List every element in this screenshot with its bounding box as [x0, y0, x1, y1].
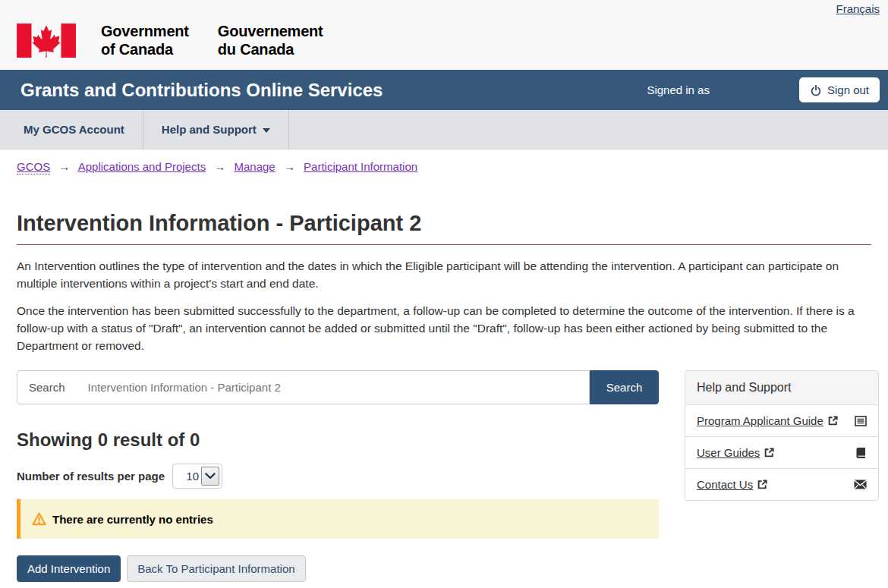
search-button[interactable]: Search [590, 370, 659, 404]
chevron-down-icon [205, 473, 216, 480]
external-link-icon [827, 415, 839, 426]
breadcrumb-arrow-icon: → [209, 160, 231, 173]
wordmark-fr-line1: Gouvernement [218, 22, 323, 40]
list-icon [855, 415, 867, 427]
intro-paragraph-2: Once the intervention has been submitted… [17, 302, 871, 354]
breadcrumb-link-applications-and-projects[interactable]: Applications and Projects [78, 160, 206, 173]
results-per-page-label: Number of results per page [17, 470, 165, 483]
menu-item-label: My GCOS Account [24, 123, 124, 136]
breadcrumb-link-participant-information[interactable]: Participant Information [304, 160, 417, 173]
help-row-program-applicant-guide: Program Applicant Guide [685, 405, 878, 437]
chevron-down-icon [263, 128, 270, 133]
signed-in-label: Signed in as [647, 83, 710, 96]
external-link-icon [757, 479, 768, 490]
user-guides-link[interactable]: User Guides [697, 446, 775, 459]
back-to-participant-information-button[interactable]: Back To Participant Information [127, 555, 305, 582]
menu-item-my-gcos-account[interactable]: My GCOS Account [5, 110, 143, 149]
results-summary: Showing 0 result of 0 [17, 429, 659, 451]
canada-flag-icon [17, 24, 76, 58]
breadcrumb-arrow-icon: → [279, 160, 301, 173]
breadcrumb-arrow-icon: → [53, 160, 75, 173]
menu-item-label: Help and Support [162, 123, 257, 136]
app-header: Grants and Contributions Online Services… [0, 70, 888, 110]
breadcrumb-link-manage[interactable]: Manage [234, 160, 275, 173]
search-box: Search [17, 370, 590, 404]
program-applicant-guide-link[interactable]: Program Applicant Guide [697, 414, 839, 427]
results-per-page-row: Number of results per page 10 [17, 464, 659, 489]
help-panel-title: Help and Support [685, 371, 878, 405]
intro-paragraph-1: An Intervention outlines the type of int… [17, 257, 871, 292]
government-of-canada-signature: Government of Canada Gouvernement du Can… [17, 22, 323, 58]
search-input[interactable] [88, 381, 589, 394]
action-buttons: Add Intervention Back To Participant Inf… [17, 555, 659, 582]
app-title: Grants and Contributions Online Services [20, 80, 383, 101]
language-toggle-link[interactable]: Français [836, 2, 880, 15]
envelope-icon [854, 480, 867, 489]
wordmark-en-line1: Government [101, 22, 189, 40]
main-menu: My GCOS Account Help and Support [0, 110, 888, 149]
federal-banner: Français Government of Canada Gouverneme… [0, 0, 888, 70]
warning-triangle-icon [32, 512, 46, 526]
link-label: User Guides [697, 446, 760, 459]
canada-wordmark: Government of Canada Gouvernement du Can… [101, 22, 323, 58]
sign-out-button[interactable]: Sign out [799, 77, 880, 102]
help-row-contact-us: Contact Us [685, 469, 878, 500]
menu-item-help-and-support[interactable]: Help and Support [143, 110, 289, 149]
wordmark-en-line2: of Canada [101, 40, 189, 58]
intro-text: An Intervention outlines the type of int… [17, 257, 871, 354]
help-sidebar: Help and Support Program Applicant Guide [685, 370, 879, 582]
results-per-page-select[interactable]: 10 [172, 464, 222, 489]
warning-message: There are currently no entries [52, 513, 213, 526]
search-label: Search [17, 381, 65, 394]
power-icon [810, 84, 822, 96]
page-title: Intervention Information - Participant 2 [17, 211, 871, 245]
add-intervention-button[interactable]: Add Intervention [17, 555, 121, 582]
results-column: Search Search Showing 0 result of 0 Numb… [17, 370, 659, 582]
link-label: Contact Us [697, 478, 753, 491]
search-bar: Search Search [17, 370, 659, 404]
external-link-icon [764, 447, 775, 458]
sign-out-label: Sign out [827, 83, 869, 96]
results-per-page-value: 10 [186, 470, 199, 483]
help-row-user-guides: User Guides [685, 437, 878, 469]
breadcrumb-link-gcos[interactable]: GCOS [17, 160, 50, 175]
link-label: Program Applicant Guide [697, 414, 823, 427]
help-and-support-panel: Help and Support Program Applicant Guide [685, 370, 879, 501]
select-arrow-box [201, 467, 219, 486]
breadcrumb: GCOS → Applications and Projects → Manag… [17, 149, 871, 173]
book-icon [855, 447, 867, 459]
page-content: GCOS → Applications and Projects → Manag… [0, 149, 888, 582]
no-entries-warning: There are currently no entries [17, 499, 659, 539]
wordmark-fr-line2: du Canada [218, 40, 323, 58]
contact-us-link[interactable]: Contact Us [697, 478, 768, 491]
